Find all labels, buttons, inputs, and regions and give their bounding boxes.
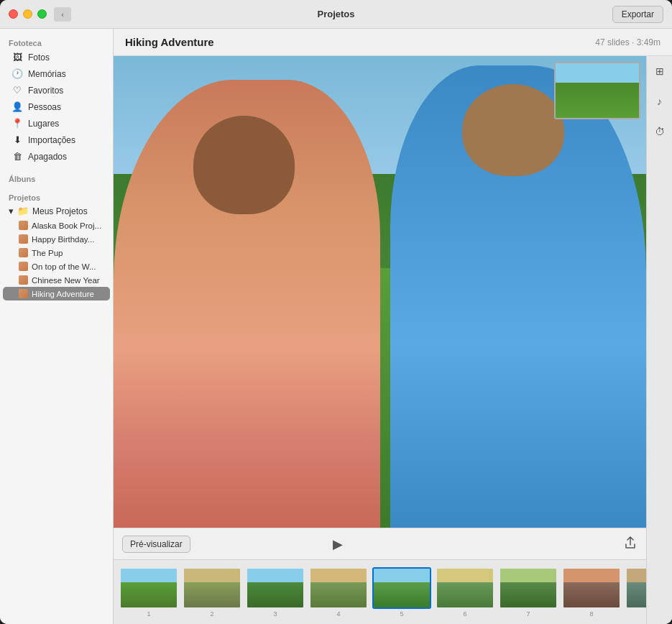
chinese-project-icon — [19, 275, 28, 285]
person-right — [390, 65, 646, 528]
thumbnail-num-3: 3 — [273, 610, 277, 618]
thumbnail-num-6: 6 — [463, 610, 466, 618]
traffic-lights — [9, 9, 47, 19]
folder-arrow-icon: ▾ — [9, 206, 14, 216]
right-tools-panel: ⊞ ♪ ⏱ — [646, 56, 672, 624]
project-title: Hiking Adventure — [125, 36, 214, 48]
slideshow-area: Pré-visualizar ▶ 1 2 3 4 5 6 — [114, 56, 672, 624]
pup-project-label: The Pup — [32, 249, 63, 257]
chinese-project-label: Chinese New Year — [32, 276, 100, 285]
maximize-button[interactable] — [37, 9, 47, 19]
main-preview: Pré-visualizar ▶ 1 2 3 4 5 6 — [114, 56, 646, 624]
folder-icon: 📁 — [17, 206, 29, 216]
layout-tool-button[interactable]: ⊞ — [650, 62, 669, 81]
fotos-icon: 🖼 — [11, 52, 23, 63]
thumbnail-num-2: 2 — [210, 610, 213, 618]
thumbnail-item-1[interactable]: 1 — [119, 567, 178, 618]
app-window: ‹ Projetos Exportar Fototeca 🖼 Fotos 🕐 M… — [0, 0, 672, 624]
thumbnail-item-8[interactable]: 8 — [562, 567, 621, 618]
memorias-icon: 🕐 — [11, 68, 23, 79]
sidebar: Fototeca 🖼 Fotos 🕐 Memórias ♡ Favoritos … — [0, 29, 114, 624]
thumbnail-img-4 — [309, 567, 368, 609]
sidebar-item-lugares-label: Lugares — [28, 119, 59, 129]
sidebar-item-lugares[interactable]: 📍 Lugares — [3, 115, 110, 132]
titlebar: ‹ Projetos Exportar — [0, 0, 672, 29]
projects-section-label: Projetos — [0, 189, 113, 203]
sidebar-item-importacoes[interactable]: ⬇ Importações — [3, 132, 110, 148]
thumbnail-img-6 — [436, 567, 494, 609]
library-section-label: Fototeca — [0, 35, 113, 49]
thumbnail-num-1: 1 — [147, 610, 150, 618]
person-left-head — [193, 116, 295, 214]
sidebar-item-apagados-label: Apagados — [28, 152, 67, 162]
project-header: Hiking Adventure 47 slides · 3:49m — [114, 29, 672, 56]
preview-button[interactable]: Pré-visualizar — [122, 536, 190, 553]
thumbnail-img-7 — [499, 567, 558, 609]
project-item-happy[interactable]: Happy Birthday... — [3, 232, 110, 246]
thumbnail-num-5: 5 — [400, 610, 403, 618]
hiking-project-icon — [19, 289, 28, 298]
hiking-project-label: Hiking Adventure — [32, 290, 94, 298]
thumbnail-item-2[interactable]: 2 — [183, 567, 241, 618]
importacoes-icon: ⬇ — [11, 134, 23, 145]
close-button[interactable] — [9, 9, 18, 19]
my-projects-folder[interactable]: ▾ 📁 Meus Projetos — [0, 203, 113, 219]
project-item-chinese[interactable]: Chinese New Year — [3, 273, 110, 287]
timer-tool-button[interactable]: ⏱ — [650, 122, 669, 141]
thumbnail-item-3[interactable]: 3 — [246, 567, 305, 618]
pup-project-icon — [19, 248, 28, 257]
mini-preview-box[interactable] — [554, 62, 640, 119]
thumbnail-item-9[interactable]: 9 — [625, 567, 646, 618]
thumbnail-img-2 — [183, 567, 241, 609]
sidebar-item-apagados[interactable]: 🗑 Apagados — [3, 148, 110, 165]
thumbnail-item-4[interactable]: 4 — [309, 567, 368, 618]
happy-project-label: Happy Birthday... — [32, 235, 94, 244]
thumbnail-img-5 — [372, 567, 431, 609]
content-area: Hiking Adventure 47 slides · 3:49m — [114, 29, 672, 624]
mini-preview-inner — [556, 63, 639, 118]
project-item-hiking[interactable]: Hiking Adventure — [3, 287, 110, 300]
sidebar-item-fotos[interactable]: 🖼 Fotos — [3, 49, 110, 65]
ontop-project-icon — [19, 262, 28, 271]
project-item-ontop[interactable]: On top of the W... — [3, 260, 110, 273]
thumbnail-item-6[interactable]: 6 — [436, 567, 494, 618]
window-title: Projetos — [317, 9, 354, 19]
photo-container[interactable] — [114, 56, 646, 528]
sidebar-item-importacoes-label: Importações — [28, 135, 75, 145]
share-button[interactable] — [623, 536, 638, 552]
thumbnail-item-5[interactable]: 5 — [372, 567, 431, 618]
sidebar-item-pessoas[interactable]: 👤 Pessoas — [3, 98, 110, 115]
lugares-icon: 📍 — [11, 118, 23, 129]
alaska-project-icon — [19, 221, 28, 230]
thumbnail-num-7: 7 — [526, 610, 530, 618]
sidebar-item-pessoas-label: Pessoas — [28, 102, 61, 112]
albums-section-label: Álbuns — [0, 170, 113, 185]
happy-project-icon — [19, 234, 28, 244]
minimize-button[interactable] — [23, 9, 32, 19]
sidebar-item-fotos-label: Fotos — [28, 52, 50, 63]
sidebar-item-memorias-label: Memórias — [28, 69, 66, 79]
music-tool-button[interactable]: ♪ — [650, 92, 669, 111]
sidebar-item-favoritos[interactable]: ♡ Favoritos — [3, 82, 110, 98]
thumbnail-num-4: 4 — [336, 610, 340, 618]
back-button[interactable]: ‹ — [54, 7, 71, 22]
apagados-icon: 🗑 — [11, 151, 23, 162]
my-projects-label: Meus Projetos — [32, 206, 88, 216]
person-left — [114, 80, 380, 528]
photo-scene — [114, 56, 646, 528]
thumbnail-strip: 1 2 3 4 5 6 7 8 9 10+ — [114, 559, 646, 624]
play-button[interactable]: ▶ — [328, 534, 348, 554]
ontop-project-label: On top of the W... — [32, 262, 96, 271]
person-right-head — [462, 84, 564, 177]
thumbnail-item-7[interactable]: 7 — [499, 567, 558, 618]
thumbnail-img-3 — [246, 567, 305, 609]
pessoas-icon: 👤 — [11, 101, 23, 112]
main-area: Fototeca 🖼 Fotos 🕐 Memórias ♡ Favoritos … — [0, 29, 672, 624]
thumbnail-num-8: 8 — [589, 610, 593, 618]
sidebar-item-memorias[interactable]: 🕐 Memórias — [3, 65, 110, 82]
export-button[interactable]: Exportar — [612, 6, 663, 23]
project-item-pup[interactable]: The Pup — [3, 246, 110, 260]
sidebar-item-favoritos-label: Favoritos — [28, 86, 63, 96]
thumbnail-img-9 — [625, 567, 646, 609]
project-item-alaska[interactable]: Alaska Book Proj... — [3, 219, 110, 232]
